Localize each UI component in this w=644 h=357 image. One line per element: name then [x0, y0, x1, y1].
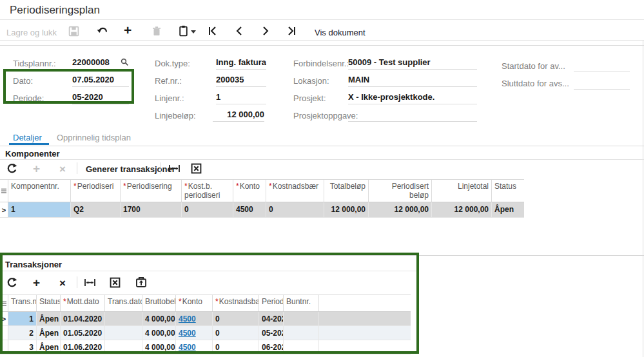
cell-bruttobelop[interactable]: 4 000,00 — [142, 312, 176, 325]
cell-buntnr[interactable] — [284, 340, 319, 354]
cell-status[interactable]: Åpen — [37, 340, 61, 354]
cell-bruttobelop[interactable]: 4 000,00 — [142, 340, 176, 354]
col-header-periodisert-belop[interactable]: Periodisert beløp — [369, 180, 432, 202]
generate-transactions-button[interactable]: Generer transaksjoner — [86, 164, 175, 174]
save-icon[interactable] — [68, 26, 80, 37]
go-last-icon[interactable] — [286, 26, 298, 38]
col-header-status[interactable]: Status — [492, 180, 524, 202]
view-document-button[interactable]: Vis dokument — [315, 28, 366, 37]
lokasjon-field[interactable]: MAIN — [348, 75, 477, 87]
add-record-icon[interactable]: + — [124, 24, 135, 36]
col-header-kostnadsbaerer[interactable]: *Kostnadsbær — [266, 180, 324, 202]
linjenr-field[interactable]: 1 — [216, 92, 266, 104]
export-excel-icon[interactable] — [110, 277, 121, 291]
fit-width-icon[interactable] — [168, 164, 181, 176]
lookup-magnifier-icon[interactable] — [121, 58, 129, 68]
col-header-konto[interactable]: *Konto — [176, 295, 213, 311]
cell-kostnadsbaerer[interactable]: 0 — [213, 340, 259, 354]
cell-kostnadsbaerer[interactable]: 0 — [266, 202, 324, 217]
prosjektoppgave-field[interactable] — [348, 110, 477, 122]
col-header-bruttobelop[interactable]: Bruttobeløp — [142, 295, 176, 311]
periode-field[interactable]: 05-2020 — [72, 92, 129, 104]
refresh-icon[interactable] — [6, 162, 17, 177]
cell-transdato[interactable] — [105, 340, 142, 354]
cell-periodisert-belop[interactable]: 12 000,00 — [369, 202, 432, 217]
upload-icon[interactable] — [135, 276, 147, 291]
grid-delete-row-icon[interactable]: × — [59, 278, 66, 289]
table-row[interactable]: > 1 Q2 1700 0 4500 0 12 000,00 12 000,00… — [0, 202, 524, 218]
col-header-buntnr[interactable]: Buntnr. — [284, 295, 319, 311]
cell-kostb-periodisering[interactable]: 0 — [182, 202, 233, 217]
cell-konto[interactable]: 4500 — [233, 202, 266, 217]
cell-periode[interactable]: 06-2020 — [259, 340, 284, 354]
col-header-komponentnr[interactable]: Komponentnr. — [8, 180, 71, 202]
cell-status[interactable]: Åpen — [492, 202, 524, 217]
col-header-kostnadsbaerer[interactable]: *Kostnadsbær — [213, 295, 259, 311]
grid-delete-row-icon[interactable]: × — [59, 164, 66, 175]
cell-komponentnr[interactable]: 1 — [8, 202, 71, 217]
cell-periode[interactable]: 04-2020 — [259, 312, 284, 325]
cell-kostnadsbaerer[interactable]: 0 — [213, 312, 259, 325]
cell-konto-link[interactable]: 4500 — [176, 312, 213, 325]
col-header-konto[interactable]: *Konto — [233, 180, 266, 202]
col-header-periode[interactable]: Periode — [259, 295, 284, 311]
cell-transnr[interactable]: 2 — [8, 326, 37, 340]
cell-mottdato[interactable]: 01.05.2020 — [61, 326, 105, 340]
cell-buntnr[interactable] — [284, 326, 319, 340]
col-header-kostb-periodisering[interactable]: *Kost.b. periodiseri — [182, 180, 233, 202]
cell-totalbelop[interactable]: 12 000,00 — [324, 202, 369, 217]
dato-field[interactable]: 07.05.2020 — [72, 75, 129, 87]
grid-add-row-icon[interactable]: + — [33, 163, 40, 175]
col-header-mottdato[interactable]: *Mott.dato — [61, 295, 105, 311]
table-row[interactable]: 2 Åpen 01.05.2020 4 000,00 4500 0 05-202… — [0, 326, 411, 340]
clipboard-dropdown-caret[interactable] — [191, 30, 196, 34]
go-first-icon[interactable] — [208, 26, 219, 38]
tidsplannr-field[interactable]: 22000008 — [72, 57, 129, 70]
clipboard-icon[interactable] — [179, 25, 190, 37]
go-next-icon[interactable] — [261, 26, 273, 38]
col-header-status[interactable]: Status — [37, 295, 61, 311]
col-header-transnr[interactable]: Trans.nr. — [8, 295, 37, 311]
cell-linjetotal[interactable]: 12 000,00 — [432, 202, 492, 217]
cell-status[interactable]: Åpen — [37, 312, 61, 325]
cell-konto-link[interactable]: 4500 — [176, 326, 213, 340]
startdato-field[interactable] — [574, 60, 630, 72]
undo-icon[interactable] — [97, 26, 108, 37]
cell-kostnadsbaerer[interactable]: 0 — [213, 326, 259, 340]
cell-transdato[interactable] — [105, 326, 142, 340]
table-row[interactable]: 3 Åpen 01.06.2020 4 000,00 4500 0 06-202… — [0, 340, 411, 354]
doktype-field[interactable]: Inng. faktura — [216, 57, 266, 70]
cell-periode[interactable]: 05-2020 — [259, 326, 284, 340]
sluttdato-field[interactable] — [574, 77, 630, 90]
grid-add-row-icon[interactable]: + — [33, 277, 40, 289]
col-header-linjetotal[interactable]: Linjetotal — [432, 180, 492, 202]
cell-periodiseringskode[interactable]: Q2 — [71, 202, 121, 217]
col-header-transdato[interactable]: Trans.dato — [105, 295, 142, 311]
tab-opprinnelig-tidsplan[interactable]: Opprinnelig tidsplan — [57, 133, 131, 142]
cell-transnr[interactable]: 3 — [8, 340, 37, 354]
cell-konto-link[interactable]: 4500 — [176, 340, 213, 354]
prosjekt-field[interactable]: X - Ikke-prosjektkode. — [348, 92, 477, 104]
grid-settings-icon[interactable] — [0, 295, 8, 311]
table-row[interactable]: > 1 Åpen 01.04.2020 4 000,00 4500 0 04-2… — [0, 312, 411, 326]
linjebelop-field[interactable]: 12 000,00 — [213, 110, 264, 122]
col-header-totalbelop[interactable]: Totalbeløp — [324, 180, 369, 202]
export-excel-icon[interactable] — [191, 163, 202, 177]
save-and-close-button[interactable]: Lagre og lukk — [6, 28, 57, 37]
col-header-periodiseringskode[interactable]: *Periodiseri — [71, 180, 121, 202]
cell-bruttobelop[interactable]: 4 000,00 — [142, 326, 176, 340]
col-header-periodisering[interactable]: *Periodisering — [121, 180, 182, 202]
cell-transnr[interactable]: 1 — [8, 312, 37, 325]
tab-detaljer[interactable]: Detaljer — [13, 133, 42, 142]
refnr-field[interactable]: 200035 — [216, 75, 266, 87]
refresh-icon[interactable] — [6, 276, 17, 291]
cell-buntnr[interactable] — [284, 312, 319, 325]
cell-periodisering[interactable]: 1700 — [121, 202, 182, 217]
grid-settings-icon[interactable] — [0, 180, 8, 202]
delete-record-icon[interactable] — [151, 26, 163, 37]
cell-mottdato[interactable]: 01.06.2020 — [61, 340, 105, 354]
cell-status[interactable]: Åpen — [37, 326, 61, 340]
forbindelsenr-field[interactable]: 50009 - Test supplier — [348, 57, 477, 70]
go-previous-icon[interactable] — [235, 26, 246, 38]
cell-mottdato[interactable]: 01.04.2020 — [61, 312, 105, 325]
